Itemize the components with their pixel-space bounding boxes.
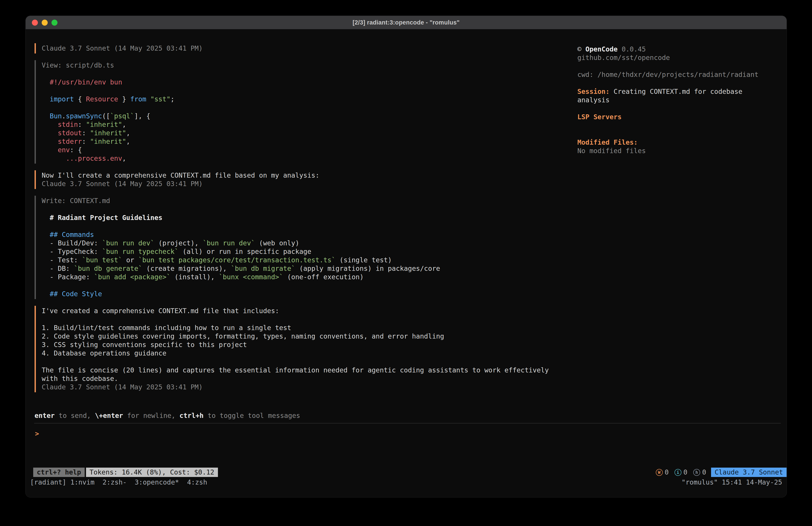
text-line: 3. CSS styling conventions specific to t… — [42, 341, 569, 349]
warning-indicator: W0 — [656, 468, 669, 477]
traffic-lights — [26, 19, 58, 26]
terminal-content: Claude 3.7 Sonnet (14 May 2025 03:41 PM)… — [26, 29, 787, 497]
hint-segment: to send, — [55, 412, 95, 420]
text-line — [42, 357, 569, 366]
chat-area: Claude 3.7 Sonnet (14 May 2025 03:41 PM)… — [34, 43, 569, 399]
text-line: Modified Files: — [577, 138, 773, 147]
text-line: Claude 3.7 Sonnet (14 May 2025 03:41 PM) — [42, 180, 569, 188]
text-line — [42, 315, 569, 324]
text-line: with this codebase. — [42, 374, 569, 383]
text-line — [577, 62, 773, 70]
text-line: ...process.env, — [42, 154, 569, 163]
window-title: [2/3] radiant:3:opencode - "romulus" — [26, 19, 787, 26]
text-line: stderr: "inherit", — [42, 137, 569, 146]
prompt-input-line[interactable]: > — [35, 429, 525, 440]
hint-indicator: h0 — [693, 468, 706, 477]
text-line: # Radiant Project Guidelines — [42, 214, 569, 222]
text-line — [42, 281, 569, 290]
text-line: import { Resource } from "sst"; — [42, 95, 569, 103]
tmux-window-1nvim[interactable]: 1:nvim — [70, 478, 95, 486]
text-line: Bun.spawnSync([`psql`], { — [42, 112, 569, 120]
text-line: Write: CONTEXT.md — [42, 197, 569, 205]
hint-segment: for newline, — [123, 412, 179, 420]
text-line — [577, 121, 773, 130]
text-line — [577, 104, 773, 113]
text-line: Claude 3.7 Sonnet (14 May 2025 03:41 PM) — [42, 44, 569, 53]
text-line — [42, 70, 569, 78]
text-line — [42, 222, 569, 230]
text-line: - Package: `bun add <package>` (install)… — [42, 273, 569, 281]
chat-block-tool: View: script/db.ts #!/usr/bin/env bun im… — [34, 60, 569, 164]
text-line: stdout: "inherit", — [42, 129, 569, 137]
diagnostics: W0i0h0 — [656, 468, 706, 477]
text-line — [577, 130, 773, 138]
sidebar: © OpenCode 0.0.45github.com/sst/opencode… — [577, 45, 773, 155]
info-indicator: i0 — [675, 468, 687, 477]
hint-line: enter to send, \+enter for newline, ctrl… — [34, 411, 300, 420]
model-chip: Claude 3.7 Sonnet — [711, 468, 787, 477]
hint-segment: to toggle tool messages — [204, 412, 300, 420]
tokens-cost-chip: Tokens: 16.4K (8%), Cost: $0.12 — [86, 468, 218, 477]
tmux-status-bar: [radiant] 1:nvim 2:zsh- 3:opencode* 4:zs… — [30, 478, 782, 486]
tmux-window-3opencode[interactable]: 3:opencode* — [127, 478, 179, 486]
input-divider — [34, 423, 781, 424]
fullscreen-button[interactable] — [52, 19, 58, 26]
text-line: cwd: /home/thdxr/dev/projects/radiant/ra… — [577, 70, 773, 79]
text-line: stdin: "inherit", — [42, 120, 569, 129]
minimize-button[interactable] — [42, 19, 48, 26]
hint-icon: h — [693, 469, 700, 476]
text-line: Claude 3.7 Sonnet (14 May 2025 03:41 PM) — [42, 383, 569, 392]
statusbar-spacer — [219, 468, 654, 477]
text-line: Session: Creating CONTEXT.md for codebas… — [577, 87, 773, 96]
text-line: - Test: `bun test` or `bun test packages… — [42, 256, 569, 264]
text-line: - DB: `bun db generate` (create migratio… — [42, 264, 569, 273]
text-line — [42, 86, 569, 95]
titlebar: [2/3] radiant:3:opencode - "romulus" — [26, 16, 787, 29]
chat-block-tool: Write: CONTEXT.md # Radiant Project Guid… — [34, 196, 569, 299]
tmux-window-2zsh[interactable]: 2:zsh- — [95, 478, 127, 486]
prompt-symbol: > — [35, 430, 39, 438]
text-line: View: script/db.ts — [42, 61, 569, 70]
text-line: LSP Servers — [577, 113, 773, 121]
hint-segment: \+enter — [95, 412, 123, 420]
text-line: © OpenCode 0.0.45 — [577, 45, 773, 54]
text-line: 1. Build/lint/test commands including ho… — [42, 324, 569, 332]
text-line: ## Commands — [42, 230, 569, 239]
info-icon: i — [675, 469, 681, 476]
chat-block-message: I've created a comprehensive CONTEXT.md … — [34, 306, 569, 392]
status-bar: ctrl+? help Tokens: 16.4K (8%), Cost: $0… — [33, 468, 787, 477]
text-line — [42, 205, 569, 214]
close-button[interactable] — [32, 19, 38, 26]
terminal-window: [2/3] radiant:3:opencode - "romulus" Cla… — [25, 16, 787, 497]
text-line: ## Code Style — [42, 290, 569, 298]
text-line: #!/usr/bin/env bun — [42, 78, 569, 86]
text-line: analysis — [577, 96, 773, 104]
tmux-session-info: "romulus" 15:41 14-May-25 — [681, 478, 782, 486]
tmux-windows: [radiant] 1:nvim 2:zsh- 3:opencode* 4:zs… — [30, 478, 207, 486]
warning-icon: W — [656, 469, 663, 476]
sidebar-lines: © OpenCode 0.0.45github.com/sst/opencode… — [577, 45, 773, 155]
text-line: - TypeCheck: `bun run typecheck` (all) o… — [42, 247, 569, 256]
hint-count: 0 — [702, 468, 706, 477]
hint-segment: ctrl+h — [179, 412, 203, 420]
text-line — [42, 103, 569, 112]
text-line: No modified files — [577, 147, 773, 155]
text-line: Now I'll create a comprehensive CONTEXT.… — [42, 171, 569, 180]
text-line: github.com/sst/opencode — [577, 54, 773, 62]
info-count: 0 — [683, 468, 687, 477]
tmux-session-name: [radiant] — [30, 478, 70, 486]
chat-block-message: Claude 3.7 Sonnet (14 May 2025 03:41 PM) — [34, 43, 569, 54]
warning-count: 0 — [665, 468, 669, 477]
text-line: - Build/Dev: `bun run dev` (project), `b… — [42, 239, 569, 247]
text-line: env: { — [42, 146, 569, 154]
help-shortcut-chip: ctrl+? help — [33, 468, 85, 477]
text-line: I've created a comprehensive CONTEXT.md … — [42, 307, 569, 315]
text-line: 2. Code style guidelines covering import… — [42, 332, 569, 341]
text-line: 4. Database operations guidance — [42, 349, 569, 357]
tmux-window-4zsh[interactable]: 4:zsh — [179, 478, 207, 486]
chat-block-message: Now I'll create a comprehensive CONTEXT.… — [34, 170, 569, 189]
text-line — [577, 79, 773, 87]
hint-segment: enter — [34, 412, 55, 420]
text-line: The file is concise (20 lines) and captu… — [42, 366, 569, 374]
